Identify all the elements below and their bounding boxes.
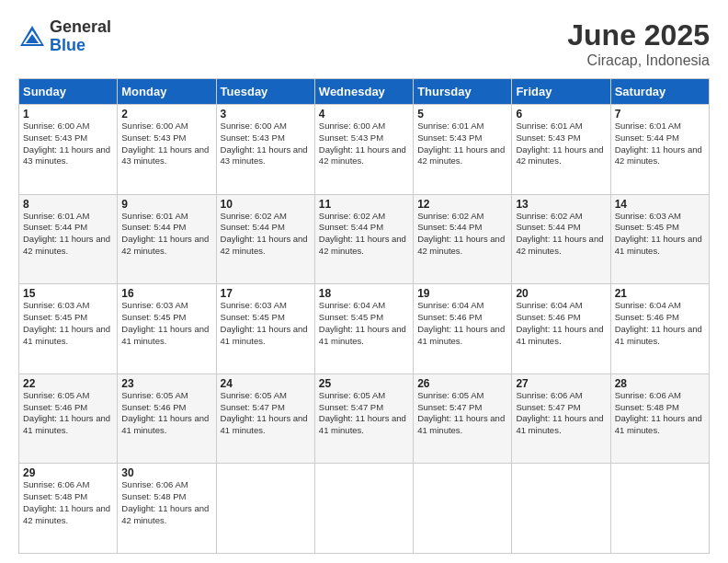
- day-info: Sunrise: 6:00 AM Sunset: 5:43 PM Dayligh…: [319, 121, 409, 167]
- logo-icon: [18, 23, 46, 51]
- logo-general: General: [50, 18, 111, 37]
- day-number: 28: [615, 377, 705, 390]
- day-number: 10: [221, 198, 311, 211]
- day-info: Sunrise: 6:01 AM Sunset: 5:44 PM Dayligh…: [121, 211, 211, 258]
- day-number: 20: [516, 287, 606, 300]
- table-row: 12 Sunrise: 6:02 AM Sunset: 5:44 PM Dayl…: [414, 194, 512, 284]
- day-info: Sunrise: 6:02 AM Sunset: 5:44 PM Dayligh…: [319, 211, 409, 258]
- header-monday: Monday: [118, 79, 216, 105]
- table-row: 23 Sunrise: 6:05 AM Sunset: 5:46 PM Dayl…: [118, 373, 216, 464]
- day-info: Sunrise: 6:01 AM Sunset: 5:43 PM Dayligh…: [417, 121, 507, 167]
- day-number: 2: [121, 108, 211, 121]
- table-row: 24 Sunrise: 6:05 AM Sunset: 5:47 PM Dayl…: [216, 373, 314, 464]
- day-number: 12: [417, 198, 507, 211]
- day-info: Sunrise: 6:04 AM Sunset: 5:46 PM Dayligh…: [417, 300, 507, 347]
- table-row: 17 Sunrise: 6:03 AM Sunset: 5:45 PM Dayl…: [216, 284, 314, 374]
- header: General Blue June 2025 Ciracap, Indonesi…: [18, 18, 710, 69]
- header-saturday: Saturday: [610, 79, 709, 105]
- day-info: Sunrise: 6:00 AM Sunset: 5:43 PM Dayligh…: [221, 121, 311, 167]
- table-row: 27 Sunrise: 6:06 AM Sunset: 5:47 PM Dayl…: [512, 373, 610, 464]
- table-row: [512, 464, 610, 554]
- day-number: 5: [417, 108, 507, 121]
- day-info: Sunrise: 6:01 AM Sunset: 5:43 PM Dayligh…: [516, 121, 606, 167]
- day-info: Sunrise: 6:01 AM Sunset: 5:44 PM Dayligh…: [615, 121, 705, 167]
- calendar-week-5: 29 Sunrise: 6:06 AM Sunset: 5:48 PM Dayl…: [19, 464, 710, 554]
- day-info: Sunrise: 6:03 AM Sunset: 5:45 PM Dayligh…: [121, 300, 211, 347]
- table-row: [610, 464, 709, 554]
- day-info: Sunrise: 6:03 AM Sunset: 5:45 PM Dayligh…: [615, 211, 705, 258]
- day-number: 29: [23, 466, 113, 479]
- table-row: 9 Sunrise: 6:01 AM Sunset: 5:44 PM Dayli…: [118, 194, 216, 284]
- table-row: 21 Sunrise: 6:04 AM Sunset: 5:46 PM Dayl…: [610, 284, 709, 374]
- table-row: 8 Sunrise: 6:01 AM Sunset: 5:44 PM Dayli…: [19, 194, 118, 284]
- table-row: 5 Sunrise: 6:01 AM Sunset: 5:43 PM Dayli…: [414, 105, 512, 195]
- table-row: [216, 464, 314, 554]
- day-number: 25: [319, 377, 409, 390]
- table-row: 14 Sunrise: 6:03 AM Sunset: 5:45 PM Dayl…: [610, 194, 709, 284]
- calendar-header-row: Sunday Monday Tuesday Wednesday Thursday…: [19, 79, 710, 105]
- header-wednesday: Wednesday: [314, 79, 413, 105]
- table-row: 29 Sunrise: 6:06 AM Sunset: 5:48 PM Dayl…: [19, 464, 118, 554]
- calendar-week-3: 15 Sunrise: 6:03 AM Sunset: 5:45 PM Dayl…: [19, 284, 710, 374]
- table-row: 20 Sunrise: 6:04 AM Sunset: 5:46 PM Dayl…: [512, 284, 610, 374]
- table-row: 28 Sunrise: 6:06 AM Sunset: 5:48 PM Dayl…: [610, 373, 709, 464]
- day-number: 14: [615, 198, 705, 211]
- calendar-week-1: 1 Sunrise: 6:00 AM Sunset: 5:43 PM Dayli…: [19, 105, 710, 195]
- day-number: 26: [417, 377, 507, 390]
- table-row: [314, 464, 413, 554]
- calendar-week-2: 8 Sunrise: 6:01 AM Sunset: 5:44 PM Dayli…: [19, 194, 710, 284]
- logo-text: General Blue: [50, 18, 111, 55]
- logo-blue: Blue: [50, 37, 111, 55]
- table-row: 11 Sunrise: 6:02 AM Sunset: 5:44 PM Dayl…: [314, 194, 413, 284]
- table-row: 3 Sunrise: 6:00 AM Sunset: 5:43 PM Dayli…: [216, 105, 314, 195]
- table-row: 19 Sunrise: 6:04 AM Sunset: 5:46 PM Dayl…: [414, 284, 512, 374]
- header-thursday: Thursday: [414, 79, 512, 105]
- title-block: June 2025 Ciracap, Indonesia: [567, 18, 710, 69]
- day-number: 3: [221, 108, 311, 121]
- day-number: 18: [319, 287, 409, 300]
- table-row: [414, 464, 512, 554]
- day-info: Sunrise: 6:03 AM Sunset: 5:45 PM Dayligh…: [221, 300, 311, 347]
- day-number: 30: [121, 466, 211, 479]
- day-info: Sunrise: 6:05 AM Sunset: 5:47 PM Dayligh…: [417, 390, 507, 437]
- day-info: Sunrise: 6:04 AM Sunset: 5:45 PM Dayligh…: [319, 300, 409, 347]
- table-row: 4 Sunrise: 6:00 AM Sunset: 5:43 PM Dayli…: [314, 105, 413, 195]
- day-number: 19: [417, 287, 507, 300]
- day-info: Sunrise: 6:05 AM Sunset: 5:47 PM Dayligh…: [221, 390, 311, 437]
- day-info: Sunrise: 6:00 AM Sunset: 5:43 PM Dayligh…: [121, 121, 211, 167]
- day-number: 15: [23, 287, 113, 300]
- day-info: Sunrise: 6:06 AM Sunset: 5:48 PM Dayligh…: [121, 479, 211, 526]
- header-friday: Friday: [512, 79, 610, 105]
- logo: General Blue: [18, 18, 111, 55]
- day-number: 16: [121, 287, 211, 300]
- day-number: 9: [121, 198, 211, 211]
- table-row: 15 Sunrise: 6:03 AM Sunset: 5:45 PM Dayl…: [19, 284, 118, 374]
- day-number: 22: [23, 377, 113, 390]
- day-number: 24: [221, 377, 311, 390]
- table-row: 16 Sunrise: 6:03 AM Sunset: 5:45 PM Dayl…: [118, 284, 216, 374]
- table-row: 25 Sunrise: 6:05 AM Sunset: 5:47 PM Dayl…: [314, 373, 413, 464]
- table-row: 2 Sunrise: 6:00 AM Sunset: 5:43 PM Dayli…: [118, 105, 216, 195]
- day-number: 27: [516, 377, 606, 390]
- day-number: 13: [516, 198, 606, 211]
- day-info: Sunrise: 6:00 AM Sunset: 5:43 PM Dayligh…: [23, 121, 113, 167]
- day-number: 17: [221, 287, 311, 300]
- day-number: 6: [516, 108, 606, 121]
- table-row: 22 Sunrise: 6:05 AM Sunset: 5:46 PM Dayl…: [19, 373, 118, 464]
- table-row: 7 Sunrise: 6:01 AM Sunset: 5:44 PM Dayli…: [610, 105, 709, 195]
- day-info: Sunrise: 6:06 AM Sunset: 5:48 PM Dayligh…: [23, 479, 113, 526]
- day-number: 11: [319, 198, 409, 211]
- day-info: Sunrise: 6:02 AM Sunset: 5:44 PM Dayligh…: [417, 211, 507, 258]
- day-info: Sunrise: 6:06 AM Sunset: 5:48 PM Dayligh…: [615, 390, 705, 437]
- table-row: 18 Sunrise: 6:04 AM Sunset: 5:45 PM Dayl…: [314, 284, 413, 374]
- day-number: 8: [23, 198, 113, 211]
- day-info: Sunrise: 6:02 AM Sunset: 5:44 PM Dayligh…: [516, 211, 606, 258]
- table-row: 1 Sunrise: 6:00 AM Sunset: 5:43 PM Dayli…: [19, 105, 118, 195]
- header-sunday: Sunday: [19, 79, 118, 105]
- day-number: 4: [319, 108, 409, 121]
- day-number: 7: [615, 108, 705, 121]
- day-info: Sunrise: 6:02 AM Sunset: 5:44 PM Dayligh…: [221, 211, 311, 258]
- table-row: 13 Sunrise: 6:02 AM Sunset: 5:44 PM Dayl…: [512, 194, 610, 284]
- table-row: 26 Sunrise: 6:05 AM Sunset: 5:47 PM Dayl…: [414, 373, 512, 464]
- day-info: Sunrise: 6:01 AM Sunset: 5:44 PM Dayligh…: [23, 211, 113, 258]
